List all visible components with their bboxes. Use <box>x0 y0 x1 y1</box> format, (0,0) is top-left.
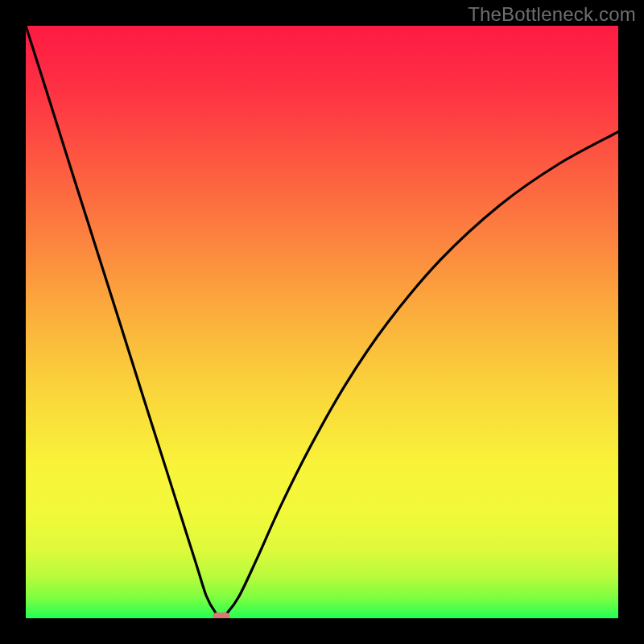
bottleneck-chart <box>26 26 618 618</box>
chart-background <box>26 26 618 618</box>
watermark-text: TheBottleneck.com <box>468 3 636 26</box>
chart-frame: TheBottleneck.com <box>0 0 644 644</box>
